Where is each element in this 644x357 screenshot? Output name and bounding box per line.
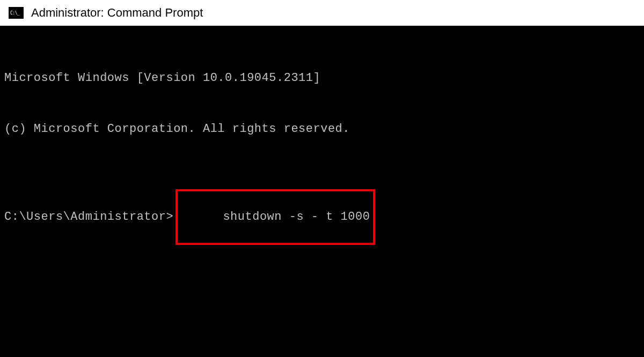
prompt-path: C:\Users\Administrator>: [4, 209, 173, 226]
command-input[interactable]: shutdown -s - t 1000: [223, 210, 370, 224]
command-highlight: shutdown -s - t 1000: [175, 189, 375, 245]
titlebar[interactable]: Administrator: Command Prompt: [0, 0, 644, 26]
terminal-area[interactable]: Microsoft Windows [Version 10.0.19045.23…: [0, 26, 644, 357]
window-title: Administrator: Command Prompt: [31, 6, 203, 20]
terminal-output-line: (c) Microsoft Corporation. All rights re…: [4, 121, 640, 138]
terminal-output-line: Microsoft Windows [Version 10.0.19045.23…: [4, 70, 640, 87]
prompt-line: C:\Users\Administrator> shutdown -s - t …: [4, 189, 640, 245]
cmd-icon: [9, 7, 24, 19]
